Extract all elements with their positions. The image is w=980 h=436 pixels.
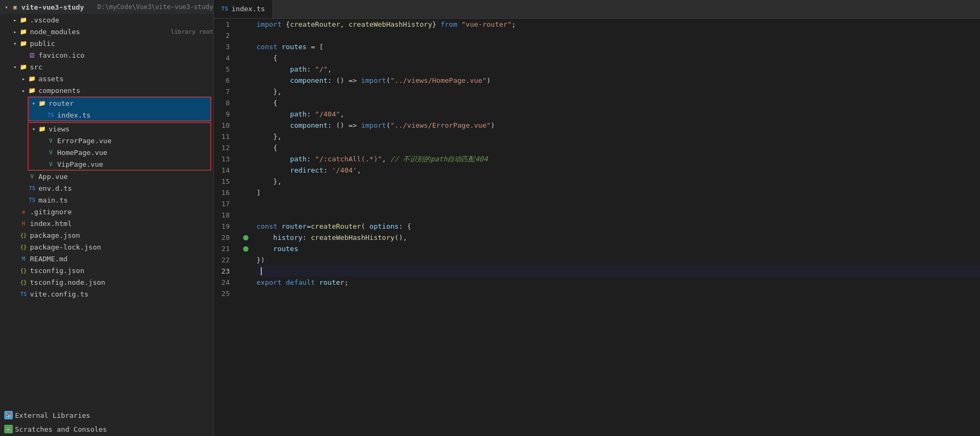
src-arrow: [11, 63, 19, 71]
components-folder-icon: 📁: [28, 86, 36, 95]
public-arrow: [11, 39, 19, 48]
external-libraries-icon: 📚: [4, 411, 13, 419]
assets-label: assets: [38, 75, 213, 83]
sidebar-item-vscode[interactable]: 📁 .vscode: [0, 14, 213, 26]
project-path: D:\myCode\Vue3\vite-vue3-study: [97, 3, 213, 11]
code-line: },: [256, 176, 980, 187]
code-line: {: [256, 142, 980, 153]
sidebar-item-homepage[interactable]: V HomePage.vue: [28, 146, 211, 158]
file-tree-sidebar[interactable]: ▣ vite-vue3-study D:\myCode\Vue3\vite-vu…: [0, 0, 214, 436]
code-line: redirect: '/404',: [256, 165, 980, 176]
editor-tab-index-ts[interactable]: TS index.ts: [214, 0, 273, 18]
sidebar-item-components[interactable]: 📁 components: [0, 84, 213, 96]
sidebar-item-index-ts[interactable]: TS index.ts: [28, 109, 211, 121]
code-line: [256, 30, 980, 41]
sidebar-item-src[interactable]: 📁 src: [0, 61, 213, 73]
sidebar-item-node-modules[interactable]: 📁 node_modules library root: [0, 26, 213, 37]
sidebar-item-package-json[interactable]: {} package.json: [0, 229, 213, 241]
editor-content: 1234567891011121314151617181920212223242…: [214, 19, 980, 436]
src-folder-icon: 📁: [19, 63, 28, 71]
sidebar-item-vite-config-ts[interactable]: TS vite.config.ts: [0, 288, 213, 300]
homepage-icon: V: [46, 148, 55, 157]
tsconfig-node-json-label: tsconfig.node.json: [30, 278, 213, 286]
env-d-ts-icon: TS: [28, 184, 36, 192]
scratches-label: Scratches and Consoles: [15, 425, 107, 433]
code-line: routes: [256, 243, 980, 254]
library-root-badge: library root: [171, 28, 213, 35]
tsconfig-json-label: tsconfig.json: [30, 267, 213, 275]
code-line: }): [256, 254, 980, 266]
views-folder-icon: 📁: [38, 124, 46, 133]
vscode-label: .vscode: [30, 16, 213, 24]
errorpage-label: ErrorPage.vue: [57, 137, 211, 145]
code-line: import {createRouter, createWebHashHisto…: [256, 19, 980, 30]
code-line: export default router;: [256, 277, 980, 288]
errorpage-icon: V: [46, 136, 55, 145]
sidebar-item-router[interactable]: 📁 router: [28, 97, 211, 109]
sidebar-item-readme-md[interactable]: M README.md: [0, 253, 213, 264]
editor-tabs: TS index.ts: [214, 0, 980, 19]
sidebar-item-index-html[interactable]: H index.html: [0, 217, 213, 229]
favicon-label: favicon.ico: [38, 51, 213, 59]
code-line: component: () => import("../views/HomePa…: [256, 75, 980, 86]
code-line: path: "/",: [256, 64, 980, 75]
external-libraries-label: External Libraries: [15, 411, 90, 419]
readme-md-label: README.md: [30, 255, 213, 263]
app-vue-icon: V: [28, 172, 36, 181]
sidebar-item-errorpage[interactable]: V ErrorPage.vue: [28, 135, 211, 146]
assets-arrow: [19, 74, 28, 83]
package-json-icon: {}: [19, 231, 28, 239]
project-icon: ▣: [11, 3, 19, 11]
code-line: ]: [256, 187, 980, 198]
project-root-item[interactable]: ▣ vite-vue3-study D:\myCode\Vue3\vite-vu…: [0, 0, 213, 14]
code-line: [256, 266, 980, 277]
code-line: },: [256, 86, 980, 97]
vite-config-ts-icon: TS: [19, 290, 28, 298]
package-json-label: package.json: [30, 231, 213, 239]
sidebar-item-tsconfig-json[interactable]: {} tsconfig.json: [0, 264, 213, 276]
views-group-box: 📁 views V ErrorPage.vue V HomePage.vue V…: [28, 122, 211, 170]
sidebar-item-main-ts[interactable]: TS main.ts: [0, 194, 213, 206]
sidebar-item-package-lock-json[interactable]: {} package-lock.json: [0, 241, 213, 253]
code-line: [256, 288, 980, 299]
code-line: const router=createRouter( options: {: [256, 221, 980, 232]
folder-icon: 📁: [19, 15, 28, 24]
code-line: [256, 209, 980, 221]
tab-ts-icon: TS: [221, 5, 228, 12]
node-modules-arrow: [11, 27, 19, 36]
sidebar-item-gitignore[interactable]: ⊗ .gitignore: [0, 206, 213, 217]
env-d-ts-label: env.d.ts: [38, 184, 213, 192]
src-label: src: [30, 63, 213, 71]
code-line: [256, 198, 980, 209]
code-line: {: [256, 52, 980, 64]
code-lines[interactable]: import {createRouter, createWebHashHisto…: [251, 19, 980, 436]
main-ts-label: main.ts: [38, 196, 213, 204]
sidebar-item-vippage[interactable]: V VipPage.vue: [28, 158, 211, 170]
components-arrow: [19, 86, 28, 95]
code-line: {: [256, 97, 980, 108]
sidebar-item-views[interactable]: 📁 views: [28, 123, 211, 135]
sidebar-item-env-d-ts[interactable]: TS env.d.ts: [0, 182, 213, 194]
index-ts-label: index.ts: [57, 111, 211, 119]
project-name: vite-vue3-study: [21, 3, 94, 11]
router-arrow: [29, 99, 38, 107]
sidebar-item-tsconfig-node-json[interactable]: {} tsconfig.node.json: [0, 276, 213, 288]
node-modules-label: node_modules: [30, 28, 168, 36]
router-label: router: [49, 99, 211, 107]
sidebar-item-assets[interactable]: 📁 assets: [0, 73, 213, 84]
code-editor: TS index.ts 1234567891011121314151617181…: [214, 0, 980, 436]
external-libraries-item[interactable]: 📚 External Libraries: [0, 408, 213, 422]
project-arrow: [2, 3, 11, 11]
tab-label: index.ts: [231, 5, 265, 13]
code-line: history: createWebHashHistory(),: [256, 232, 980, 243]
sidebar-item-app-vue[interactable]: V App.vue: [0, 170, 213, 182]
sidebar-item-public[interactable]: 📁 public: [0, 37, 213, 49]
views-arrow: [29, 124, 38, 133]
app-vue-label: App.vue: [38, 173, 213, 181]
index-ts-icon: TS: [46, 111, 55, 119]
code-line: component: () => import("../views/ErrorP…: [256, 120, 980, 131]
vippage-icon: V: [46, 160, 55, 168]
sidebar-item-favicon[interactable]: 🖼 favicon.ico: [0, 49, 213, 61]
views-label: views: [49, 125, 211, 133]
scratches-and-consoles-item[interactable]: ✏ Scratches and Consoles: [0, 422, 213, 436]
